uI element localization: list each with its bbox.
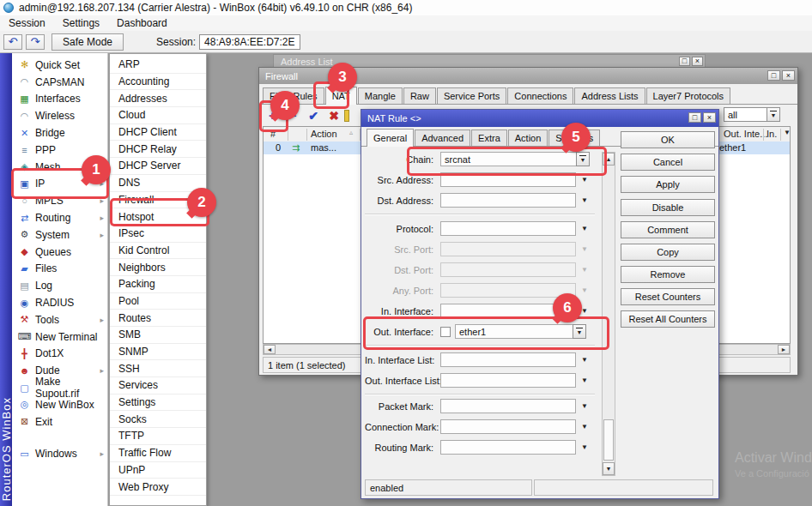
- minimize-icon[interactable]: □: [767, 70, 780, 81]
- combo-arrow-icon[interactable]: [767, 108, 779, 121]
- ip-menu-tftp[interactable]: TFTP: [110, 428, 206, 445]
- filter-funnel-icon[interactable]: [344, 110, 349, 122]
- sidebar-item-wireless[interactable]: ◠Wireless: [12, 107, 107, 124]
- out-interface-list-input[interactable]: [440, 373, 576, 388]
- connection-mark-input[interactable]: [440, 419, 576, 434]
- tab-general[interactable]: General: [367, 129, 414, 147]
- packet-mark-input[interactable]: [440, 399, 576, 413]
- sidebar-item-files[interactable]: ▰Files: [12, 261, 107, 278]
- ip-menu-cloud[interactable]: Cloud: [110, 107, 206, 124]
- scroll-left-icon[interactable]: ◄: [264, 345, 276, 354]
- ip-menu-packing[interactable]: Packing: [110, 276, 206, 293]
- nat-rule-titlebar[interactable]: NAT Rule <> □ ×: [361, 110, 718, 127]
- chain-filter-dropdown[interactable]: all: [724, 107, 780, 122]
- protocol-input[interactable]: [440, 221, 576, 236]
- menu-session[interactable]: Session: [0, 17, 54, 29]
- reset-counters-button[interactable]: Reset Counters: [621, 288, 715, 305]
- close-icon[interactable]: ×: [782, 70, 795, 81]
- comment-button[interactable]: Comment: [621, 221, 715, 238]
- ip-menu-pool[interactable]: Pool: [110, 293, 206, 310]
- apply-button[interactable]: Apply: [621, 176, 715, 193]
- dst-address-input[interactable]: [440, 193, 576, 208]
- tab-raw[interactable]: Raw: [403, 87, 436, 104]
- ip-menu-traffic-flow[interactable]: Traffic Flow: [110, 445, 206, 462]
- session-value-field[interactable]: 48:A9:8A:EE:D7:2E: [199, 34, 300, 50]
- tab-extra[interactable]: Extra: [471, 130, 507, 146]
- remove-button[interactable]: Remove: [621, 266, 715, 283]
- tab-address-lists[interactable]: Address Lists: [574, 87, 645, 104]
- out-interface-input[interactable]: ether1: [455, 324, 573, 339]
- scroll-up-icon[interactable]: ▲: [603, 153, 615, 166]
- menu-dashboard[interactable]: Dashboard: [108, 17, 176, 29]
- close-icon[interactable]: ×: [703, 112, 716, 123]
- disable-rule-button[interactable]: ✖: [324, 106, 344, 124]
- routing-mark-input[interactable]: [440, 440, 576, 455]
- out-interface-not-checkbox[interactable]: [440, 327, 451, 337]
- ip-menu-dhcp-client[interactable]: DHCP Client: [110, 124, 206, 142]
- ok-button[interactable]: OK: [621, 131, 715, 148]
- src-address-input[interactable]: [440, 172, 576, 187]
- tab-layer7-protocols[interactable]: Layer7 Protocols: [646, 87, 731, 104]
- column-menu-icon[interactable]: ▼: [784, 129, 791, 136]
- dropdown-arrow-icon[interactable]: ▼: [581, 402, 588, 410]
- sidebar-item-new-winbox[interactable]: ◎New WinBox: [12, 396, 107, 413]
- tab-service-ports[interactable]: Service Ports: [437, 87, 506, 104]
- in-interface-list-input[interactable]: [440, 352, 576, 367]
- scroll-right-icon[interactable]: ►: [778, 345, 790, 354]
- sidebar-item-windows[interactable]: ▭Windows▸: [12, 446, 107, 463]
- scrollbar-thumb[interactable]: [603, 419, 614, 461]
- ip-menu-web-proxy[interactable]: Web Proxy: [110, 479, 206, 496]
- col-number[interactable]: #: [270, 129, 276, 139]
- chain-input[interactable]: srcnat: [440, 152, 576, 166]
- ip-menu-dns[interactable]: DNS: [110, 175, 206, 192]
- ip-menu-socks[interactable]: Socks: [110, 411, 206, 428]
- sidebar-item-capsman[interactable]: ◠CAPsMAN: [12, 74, 107, 91]
- sidebar-item-radius[interactable]: ◉RADIUS: [12, 294, 107, 311]
- ip-menu-neighbors[interactable]: Neighbors: [110, 259, 206, 276]
- dropdown-arrow-icon[interactable]: ▼: [581, 196, 588, 204]
- tab-advanced[interactable]: Advanced: [415, 130, 470, 146]
- col-in-interface[interactable]: In.: [767, 129, 777, 139]
- ip-menu-arp[interactable]: ARP: [110, 57, 206, 74]
- tab-action[interactable]: Action: [508, 130, 548, 146]
- enable-rule-button[interactable]: ✔: [303, 106, 324, 124]
- tab-mangle[interactable]: Mangle: [358, 87, 403, 104]
- col-action[interactable]: Action: [311, 129, 337, 139]
- cancel-button[interactable]: Cancel: [621, 154, 715, 171]
- sidebar-item-log[interactable]: ▤Log: [12, 277, 107, 294]
- menu-settings[interactable]: Settings: [54, 17, 108, 29]
- sidebar-item-queues[interactable]: ◆Queues: [12, 244, 107, 261]
- sidebar-item-routing[interactable]: ⇄Routing▸: [12, 209, 107, 226]
- dropdown-arrow-icon[interactable]: ▼: [581, 225, 588, 232]
- ip-menu-addresses[interactable]: Addresses: [110, 90, 206, 107]
- ip-menu-dhcp-server[interactable]: DHCP Server: [110, 158, 206, 175]
- minimize-icon[interactable]: □: [688, 112, 701, 123]
- ip-menu-accounting[interactable]: Accounting: [110, 74, 206, 91]
- sidebar-item-tools[interactable]: ⚒Tools▸: [12, 311, 107, 328]
- ip-menu-services[interactable]: Services: [110, 377, 206, 395]
- sidebar-item-mpls[interactable]: ○MPLS▸: [12, 192, 107, 209]
- undo-icon[interactable]: ↶: [3, 34, 22, 50]
- dropdown-arrow-icon[interactable]: ▼: [581, 443, 588, 451]
- ip-menu-routes[interactable]: Routes: [110, 310, 206, 327]
- sidebar-item-quick-set[interactable]: ✻Quick Set: [12, 57, 107, 74]
- sidebar-item-system[interactable]: ⚙System▸: [12, 226, 107, 244]
- tab-connections[interactable]: Connections: [507, 87, 573, 104]
- form-vertical-scrollbar[interactable]: ▲ ▼: [602, 152, 615, 476]
- dropdown-arrow-icon[interactable]: ▼: [581, 376, 588, 384]
- sidebar-item-exit[interactable]: ⊠Exit: [12, 413, 107, 431]
- dropdown-arrow-icon[interactable]: ▼: [581, 423, 588, 431]
- reset-all-counters-button[interactable]: Reset All Counters: [621, 310, 715, 328]
- sidebar-item-interfaces[interactable]: ▦Interfaces: [12, 91, 107, 108]
- sidebar-item-new-terminal[interactable]: ⌨New Terminal: [12, 328, 107, 346]
- sidebar-item-bridge[interactable]: ✕Bridge: [12, 124, 107, 142]
- safe-mode-button[interactable]: Safe Mode: [52, 33, 124, 51]
- dropdown-arrow-icon[interactable]: ▼: [581, 176, 588, 184]
- minimize-icon[interactable]: □: [679, 57, 690, 66]
- scroll-down-icon[interactable]: ▼: [603, 462, 615, 475]
- sidebar-item-dot1x[interactable]: ╋Dot1X: [12, 346, 107, 363]
- redo-icon[interactable]: ↷: [26, 34, 45, 50]
- ip-menu-upnp[interactable]: UPnP: [110, 462, 206, 479]
- copy-button[interactable]: Copy: [621, 244, 715, 261]
- combo-arrow-icon[interactable]: [573, 324, 586, 339]
